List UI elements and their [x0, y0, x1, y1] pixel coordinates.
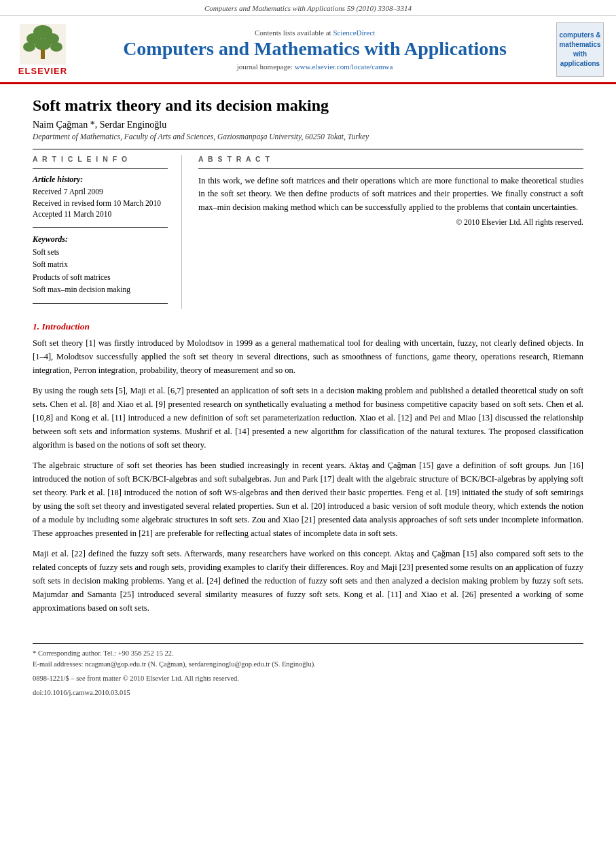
keyword-3: Products of soft matrices [33, 271, 168, 283]
elsevier-wordmark: ELSEVIER [18, 66, 67, 76]
journal-header: ELSEVIER Contents lists available at Sci… [0, 16, 616, 84]
article-divider [33, 149, 583, 149]
keyword-1: Soft sets [33, 246, 168, 258]
keyword-4: Soft max–min decision making [33, 283, 168, 296]
introduction-heading: 1. Introduction [33, 321, 583, 332]
abstract-copyright: © 2010 Elsevier Ltd. All rights reserved… [198, 218, 583, 226]
abstract-divider [198, 168, 583, 169]
elsevier-logo: ELSEVIER [12, 24, 73, 76]
svg-point-4 [23, 42, 35, 52]
article-authors: Naim Çağman *, Serdar Enginoğlu [33, 120, 583, 130]
journal-homepage-link[interactable]: www.elsevier.com/locate/camwa [295, 62, 393, 71]
svg-point-8 [41, 54, 45, 58]
footnote-email: E-mail addresses: ncagman@gop.edu.tr (N.… [33, 659, 583, 670]
introduction-section: 1. Introduction Soft set theory [1] was … [33, 321, 583, 615]
journal-homepage: journal homepage: www.elsevier.com/locat… [80, 62, 549, 71]
article-body: Soft matrix theory and its decision maki… [0, 84, 616, 634]
abstract-label: A B S T R A C T [198, 155, 583, 163]
keywords-label: Keywords: [33, 234, 168, 245]
abstract-col: A B S T R A C T In this work, we define … [182, 155, 583, 309]
page: Computers and Mathematics with Applicati… [0, 0, 616, 841]
info-bottom-divider [33, 303, 168, 304]
revised-date: Received in revised form 10 March 2010 [33, 198, 168, 209]
issn-line: 0898-1221/$ – see front matter © 2010 El… [33, 673, 583, 685]
article-affiliation: Department of Mathematics, Faculty of Ar… [33, 132, 583, 141]
intro-paragraph-3: The algebraic structure of soft set theo… [33, 459, 583, 540]
article-info-col: A R T I C L E I N F O Article history: R… [33, 155, 182, 309]
journal-available: Contents lists available at ScienceDirec… [80, 29, 549, 37]
journal-citation: Computers and Mathematics with Applicati… [204, 4, 412, 12]
history-label: Article history: [33, 175, 168, 185]
intro-paragraph-2: By using the rough sets [5], Maji et al.… [33, 384, 583, 452]
journal-center: Contents lists available at ScienceDirec… [80, 29, 549, 70]
elsevier-tree-icon [20, 24, 66, 65]
keyword-2: Soft matrix [33, 258, 168, 270]
two-col-section: A R T I C L E I N F O Article history: R… [33, 155, 583, 309]
article-title: Soft matrix theory and its decision maki… [33, 96, 583, 115]
received-date: Received 7 April 2009 [33, 186, 168, 198]
article-info-label: A R T I C L E I N F O [33, 155, 168, 163]
intro-paragraph-1: Soft set theory [1] was firstly introduc… [33, 336, 583, 377]
svg-point-5 [35, 38, 51, 50]
footnote-star: * Corresponding author. Tel.: +90 356 25… [33, 648, 583, 660]
info-divider [33, 168, 168, 169]
keywords-section: Keywords: Soft sets Soft matrix Products… [33, 234, 168, 296]
top-journal-bar: Computers and Mathematics with Applicati… [0, 0, 616, 16]
footer-area: * Corresponding author. Tel.: +90 356 25… [0, 644, 616, 706]
accepted-date: Accepted 11 March 2010 [33, 209, 168, 220]
sciencedirect-link[interactable]: ScienceDirect [333, 29, 375, 37]
intro-paragraph-4: Maji et al. [22] defined the fuzzy soft … [33, 547, 583, 615]
abstract-text: In this work, we define soft matrices an… [198, 175, 583, 214]
doi-line: doi:10.1016/j.camwa.2010.03.015 [33, 687, 583, 699]
journal-thumbnail: computers &mathematicswithapplications [556, 22, 604, 77]
keywords-divider [33, 227, 168, 228]
svg-point-6 [50, 42, 62, 52]
journal-title-banner: Computers and Mathematics with Applicati… [80, 38, 549, 60]
